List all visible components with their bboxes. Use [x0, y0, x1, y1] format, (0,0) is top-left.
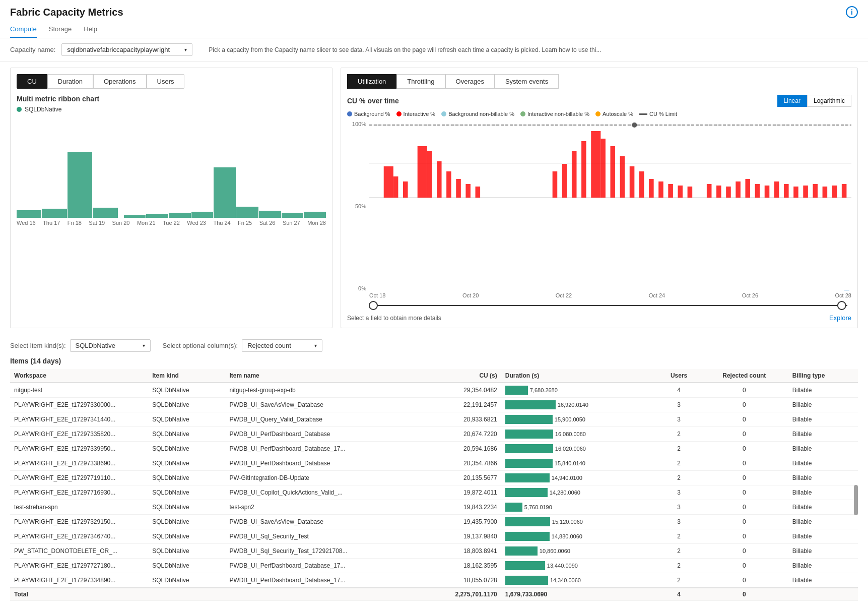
- duration-bar-visual: [505, 386, 528, 395]
- scrollbar[interactable]: [854, 485, 858, 515]
- total-empty-billing: [788, 588, 858, 601]
- capacity-hint: Pick a capacity from the Capacity name s…: [209, 46, 858, 53]
- duration-bar-visual: [505, 546, 538, 556]
- cell-cu: 20,354.7866: [415, 456, 501, 471]
- y-axis-labels: 100% 50% 0%: [347, 121, 369, 291]
- table-row: PLAYWRIGHT_E2E_t17297334890... SQLDbNati…: [10, 573, 858, 588]
- cell-rejected: 0: [700, 544, 788, 559]
- cell-cu: 18,803.8941: [415, 544, 501, 559]
- cell-workspace: PW_STATIC_DONOTDELETE_OR_...: [10, 544, 148, 559]
- cell-item-kind: SQLDbNative: [148, 573, 225, 588]
- col-cu: CU (s): [415, 369, 501, 383]
- legend-label-int-nonbillable: Interactive non-billable %: [527, 111, 589, 117]
- info-icon[interactable]: i: [846, 6, 858, 18]
- cell-billing: Billable: [788, 529, 858, 544]
- legend-color-bg-nonbillable: [441, 111, 446, 116]
- item-kind-filter: Select item kind(s): SQLDbNative ▾: [10, 339, 151, 352]
- svg-rect-21: [620, 156, 625, 198]
- right-tab-overages[interactable]: Overages: [445, 74, 495, 89]
- tab-users[interactable]: Users: [147, 74, 185, 89]
- tab-operations[interactable]: Operations: [93, 74, 147, 89]
- nav-tab-help[interactable]: Help: [84, 22, 97, 38]
- duration-value: 13,440.0090: [547, 563, 578, 569]
- x-label: Wed 23: [187, 220, 206, 226]
- svg-rect-28: [688, 187, 693, 198]
- cell-workspace: PLAYWRIGHT_E2E_t17297334890...: [10, 573, 148, 588]
- cell-workspace: PLAYWRIGHT_E2E_t17297727180...: [10, 559, 148, 573]
- svg-rect-35: [765, 186, 770, 198]
- right-tab-system-events[interactable]: System events: [495, 74, 559, 89]
- time-range-slider: [369, 300, 851, 312]
- column-value: Rejected count: [247, 342, 291, 349]
- legend-color-background: [347, 111, 352, 116]
- legend-color-interactive: [396, 111, 402, 116]
- duration-value: 14,940.0100: [552, 475, 582, 481]
- svg-rect-30: [716, 186, 721, 198]
- legend-label-autoscale: Autoscale %: [603, 111, 633, 117]
- x-label: Sun 27: [283, 220, 300, 226]
- chart-bar: [124, 215, 146, 218]
- svg-rect-32: [736, 181, 741, 198]
- tab-duration[interactable]: Duration: [47, 74, 93, 89]
- table-row: PLAYWRIGHT_E2E_t17297338690... SQLDbNati…: [10, 456, 858, 471]
- cell-item-name: nitgup-test-group-exp-db: [225, 383, 415, 398]
- right-tab-throttling[interactable]: Throttling: [396, 74, 445, 89]
- cell-item-name: PW-GitIntegration-DB-Update: [225, 471, 415, 485]
- cell-billing: Billable: [788, 573, 858, 588]
- duration-value: 16,920.0140: [558, 402, 588, 408]
- scale-btn-linear[interactable]: Linear: [777, 95, 807, 107]
- column-dropdown[interactable]: Rejected count ▾: [242, 339, 322, 352]
- chart-bar: [282, 213, 304, 218]
- cell-item-kind: SQLDbNative: [148, 471, 225, 485]
- cell-item-kind: SQLDbNative: [148, 500, 225, 515]
- nav-tab-compute[interactable]: Compute: [10, 22, 37, 38]
- col-workspace: Workspace: [10, 369, 148, 383]
- cell-users: 2: [657, 544, 700, 559]
- cell-billing: Billable: [788, 471, 858, 485]
- svg-rect-26: [668, 184, 673, 198]
- right-tab-utilization[interactable]: Utilization: [347, 74, 396, 89]
- cell-workspace: PLAYWRIGHT_E2E_t17297341440...: [10, 412, 148, 427]
- x-label: Mon 28: [307, 220, 326, 226]
- svg-rect-33: [745, 179, 750, 198]
- select-field-text: Select a field to obtain more details: [347, 315, 441, 322]
- capacity-row: Capacity name: sqldbnativefabriccapacity…: [0, 38, 868, 62]
- legend-row: Background % Interactive % Background no…: [347, 111, 851, 117]
- cell-item-kind: SQLDbNative: [148, 383, 225, 398]
- x-label: Fri 18: [68, 220, 82, 226]
- x-label-oct22: Oct 22: [556, 292, 572, 298]
- cell-duration: 16,020.0060: [501, 442, 657, 456]
- tab-cu[interactable]: CU: [17, 74, 47, 89]
- cell-billing: Billable: [788, 485, 858, 500]
- cell-cu: 18,162.3595: [415, 559, 501, 573]
- svg-rect-11: [456, 179, 461, 198]
- nav-tab-storage[interactable]: Storage: [49, 22, 72, 38]
- nav-tabs: Compute Storage Help: [10, 22, 858, 38]
- legend-label-interactive: Interactive %: [404, 111, 436, 117]
- item-kind-dropdown[interactable]: SQLDbNative ▾: [70, 339, 151, 352]
- chart-bar: [68, 152, 92, 218]
- table-row: PLAYWRIGHT_E2E_t17297341440... SQLDbNati…: [10, 412, 858, 427]
- table-row: PLAYWRIGHT_E2E_t17297346740... SQLDbNati…: [10, 529, 858, 544]
- svg-rect-16: [572, 151, 577, 198]
- explore-link[interactable]: Explore: [829, 314, 851, 322]
- cell-item-name: test-spn2: [225, 500, 415, 515]
- legend-item-interactive: Interactive %: [396, 111, 436, 117]
- cell-workspace: PLAYWRIGHT_E2E_t17297346740...: [10, 529, 148, 544]
- cell-rejected: 0: [700, 559, 788, 573]
- chart-bar: [93, 208, 117, 218]
- scale-btn-logarithmic[interactable]: Logarithmic: [807, 95, 851, 107]
- capacity-label: Capacity name:: [10, 46, 55, 53]
- legend-color-int-nonbillable: [520, 111, 525, 116]
- item-kind-value: SQLDbNative: [76, 342, 115, 349]
- item-kind-label: Select item kind(s):: [10, 342, 66, 349]
- x-label-oct18: Oct 18: [369, 292, 385, 298]
- svg-rect-10: [446, 171, 451, 198]
- cell-users: 3: [657, 515, 700, 529]
- legend-label-cu-limit: CU % Limit: [649, 111, 677, 117]
- duration-bar-visual: [505, 400, 556, 409]
- cell-users: 3: [657, 412, 700, 427]
- explore-row: Select a field to obtain more details Ex…: [347, 314, 851, 322]
- svg-rect-19: [600, 139, 606, 198]
- capacity-dropdown[interactable]: sqldbnativefabriccapacityplaywright ▾: [61, 43, 192, 56]
